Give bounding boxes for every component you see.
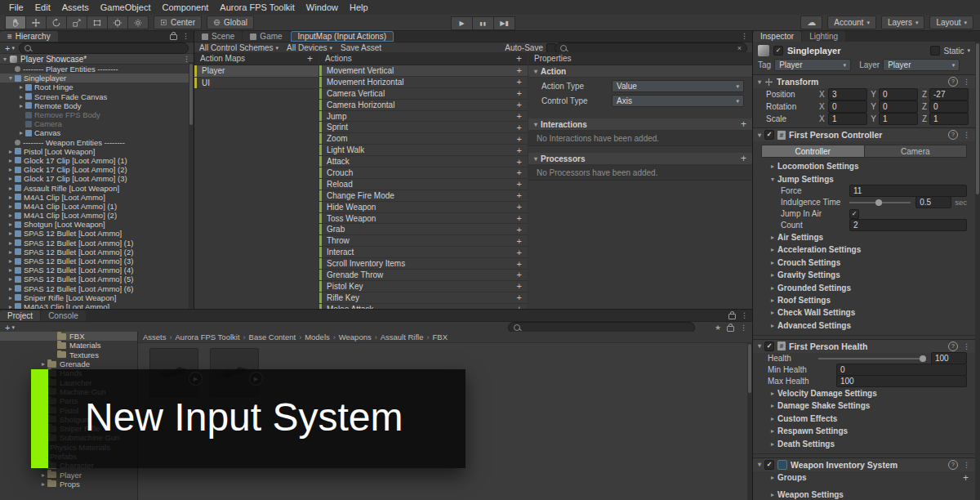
- jump-settings-foldout[interactable]: ▾ Jump Settings: [753, 172, 975, 185]
- step-button[interactable]: ▶▮: [493, 16, 515, 30]
- kebab-menu-icon[interactable]: ⋮: [741, 311, 748, 319]
- fpc-foldout[interactable]: ▸Roof Settings: [753, 294, 975, 306]
- fold-arrow-icon[interactable]: ▸: [7, 275, 15, 283]
- fpc-tab-controller[interactable]: Controller: [761, 145, 865, 158]
- project-folder-item[interactable]: FBX: [0, 332, 137, 341]
- lock-icon[interactable]: [170, 34, 177, 40]
- action-map-item[interactable]: Player: [194, 65, 318, 78]
- hierarchy-item[interactable]: ▸Shotgun [Loot Weapon]›: [0, 220, 194, 229]
- action-item[interactable]: Hide Weapon+: [319, 202, 528, 213]
- fph-foldout[interactable]: ▸Damage Shake Settings: [753, 400, 975, 412]
- add-binding-button[interactable]: +: [517, 123, 522, 132]
- scene-header[interactable]: ▾ Player Showcase* ⋮: [0, 54, 194, 65]
- breadcrumb-item[interactable]: Base Content: [249, 333, 296, 342]
- hierarchy-item[interactable]: ▸M40A3 Clip [Loot Ammo]›: [0, 302, 194, 309]
- add-binding-button[interactable]: +: [517, 236, 522, 246]
- hierarchy-item[interactable]: ▸M4A1 Clip [Loot Ammo]›: [0, 193, 194, 202]
- rotation-y-field[interactable]: 0: [879, 100, 918, 113]
- hierarchy-item[interactable]: ▸Sniper Rifle [Loot Weapon]›: [0, 293, 194, 302]
- min-health-field[interactable]: 0: [836, 364, 967, 376]
- hierarchy-item[interactable]: ▸Canvas: [0, 128, 194, 137]
- action-item[interactable]: Movement Vertical+: [319, 65, 528, 77]
- rotate-tool-button[interactable]: [46, 16, 66, 29]
- lock-icon[interactable]: [727, 326, 734, 332]
- menubar-item-gameobject[interactable]: GameObject: [95, 2, 157, 12]
- hierarchy-item[interactable]: ▸M4A1 Clip [Loot Ammo] (1)›: [0, 202, 194, 211]
- fold-arrow-icon[interactable]: ▸: [7, 239, 15, 247]
- play-button[interactable]: ▶: [451, 16, 472, 30]
- tab-scene[interactable]: Scene: [194, 31, 242, 42]
- position-y-field[interactable]: 0: [879, 88, 918, 100]
- first-person-health-header[interactable]: ▾ # First Person Health ?⋮: [753, 339, 975, 353]
- fold-arrow-icon[interactable]: ▸: [7, 221, 15, 228]
- fold-arrow-icon[interactable]: ▸: [17, 102, 25, 109]
- add-binding-button[interactable]: +: [517, 248, 522, 257]
- inspector-scrollbar[interactable]: [975, 42, 980, 500]
- fold-arrow-icon[interactable]: ▸: [7, 212, 15, 219]
- add-binding-button[interactable]: +: [517, 270, 522, 279]
- position-x-field[interactable]: 3: [828, 88, 867, 100]
- tab-console[interactable]: Console: [41, 310, 86, 321]
- action-item[interactable]: Grenade Throw+: [319, 270, 528, 281]
- breadcrumb-item[interactable]: Assault Rifle: [381, 333, 424, 342]
- action-item[interactable]: Pistol Key+: [319, 281, 528, 292]
- help-icon[interactable]: ?: [948, 342, 958, 351]
- scale-z-field[interactable]: 1: [929, 113, 969, 125]
- fpc-foldout[interactable]: ▸Locomotion Settings: [753, 160, 975, 172]
- add-binding-button[interactable]: +: [517, 134, 522, 144]
- add-binding-button[interactable]: +: [517, 157, 522, 167]
- add-binding-button[interactable]: +: [517, 292, 522, 302]
- hierarchy-item[interactable]: ▸Glock 17 Clip [Loot Ammo] (2)›: [0, 165, 194, 174]
- tab-hierarchy[interactable]: ≡Hierarchy: [0, 31, 58, 42]
- custom-tool-button[interactable]: [127, 16, 149, 29]
- fpc-foldout[interactable]: ▸Grounded Settings: [753, 281, 975, 293]
- fold-arrow-icon[interactable]: ▾: [758, 342, 761, 350]
- fpc-foldout[interactable]: ▸Air Settings: [753, 231, 975, 243]
- menubar-item-aurora-fps-toolkit[interactable]: Aurora FPS Toolkit: [214, 2, 301, 12]
- project-folder-item[interactable]: ▸Player: [0, 470, 137, 479]
- action-item[interactable]: Light Walk+: [319, 145, 528, 156]
- hierarchy-item[interactable]: ▸SPAS 12 Bullet [Loot Ammo] (4)›: [0, 266, 194, 275]
- fold-arrow-icon[interactable]: ▸: [7, 194, 15, 201]
- fph-foldout[interactable]: ▸Respawn Settings: [753, 425, 975, 437]
- kebab-menu-icon[interactable]: ⋮: [963, 461, 970, 469]
- kebab-menu-icon[interactable]: ⋮: [963, 342, 970, 350]
- hierarchy-item[interactable]: ▸Glock 17 Clip [Loot Ammo] (1)›: [0, 156, 194, 165]
- control-type-dropdown[interactable]: Axis▾: [612, 95, 744, 107]
- hierarchy-item[interactable]: ▸Root Hinge: [0, 83, 194, 92]
- action-item[interactable]: Jump+: [319, 111, 528, 123]
- wis-foldout[interactable]: ▸Weapon Settings: [753, 489, 975, 500]
- fold-arrow-icon[interactable]: ▾: [758, 78, 761, 86]
- control-schemes-dropdown[interactable]: All Control Schemes▾: [199, 43, 278, 52]
- active-checkbox[interactable]: [773, 46, 783, 56]
- add-interaction-button[interactable]: +: [741, 118, 746, 130]
- component-enabled-checkbox[interactable]: [764, 342, 774, 351]
- fpc-foldout[interactable]: ▸Acceleration Settings: [753, 243, 975, 256]
- add-binding-button[interactable]: +: [517, 167, 522, 177]
- layers-dropdown[interactable]: Layers▾: [881, 16, 925, 29]
- processors-header[interactable]: ▾Processors+: [528, 153, 752, 165]
- fold-arrow-icon[interactable]: ▸: [39, 480, 47, 488]
- add-action-button[interactable]: +: [516, 53, 522, 65]
- action-item[interactable]: Camera Vertical+: [319, 88, 528, 100]
- hierarchy-item[interactable]: -------- Player Entities --------: [0, 65, 194, 74]
- rotation-x-field[interactable]: 0: [828, 100, 867, 113]
- tab-inspector[interactable]: Inspector: [753, 31, 801, 42]
- hierarchy-item[interactable]: ▸Glock 17 Clip [Loot Ammo] (3)›: [0, 174, 194, 183]
- fold-arrow-icon[interactable]: ▸: [17, 129, 25, 136]
- action-item[interactable]: Reload+: [319, 179, 528, 190]
- cloud-collab-button[interactable]: ☁: [800, 16, 822, 29]
- kebab-menu-icon[interactable]: ⋮: [740, 324, 747, 332]
- kebab-menu-icon[interactable]: ⋮: [182, 32, 189, 40]
- menubar-item-edit[interactable]: Edit: [29, 2, 56, 12]
- save-asset-button[interactable]: Save Asset: [341, 43, 381, 52]
- component-enabled-checkbox[interactable]: [764, 130, 774, 140]
- health-field[interactable]: 100: [931, 352, 967, 364]
- count-field[interactable]: 2: [849, 219, 967, 231]
- fold-arrow-icon[interactable]: ▸: [39, 360, 47, 368]
- action-item[interactable]: Change Fire Mode+: [319, 190, 528, 202]
- add-binding-button[interactable]: +: [517, 88, 522, 98]
- add-binding-button[interactable]: +: [517, 259, 522, 269]
- action-item[interactable]: Crouch+: [319, 167, 528, 179]
- action-item[interactable]: Toss Weapon+: [319, 213, 528, 225]
